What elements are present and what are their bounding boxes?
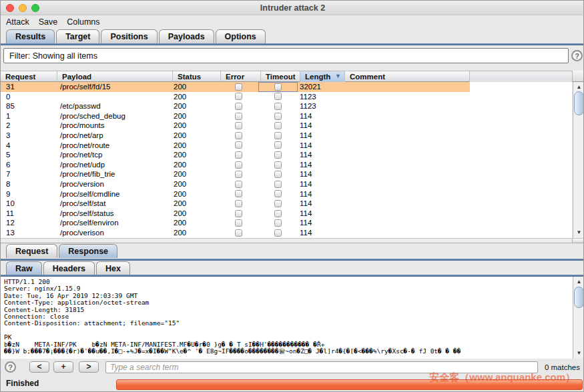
timeout-checkbox bbox=[274, 210, 282, 217]
cell-length: 114 bbox=[298, 169, 342, 179]
watermark-text: 安全客（www.anquanke.com） bbox=[429, 371, 575, 384]
error-checkbox bbox=[235, 93, 242, 100]
error-checkbox bbox=[235, 103, 242, 110]
tab-headers[interactable]: Headers bbox=[43, 261, 95, 275]
column-header-payload[interactable]: Payload bbox=[57, 71, 173, 82]
cell-comment bbox=[342, 189, 470, 199]
tab-target[interactable]: Target bbox=[56, 29, 99, 43]
cell-payload: /proc/net/arp bbox=[55, 131, 170, 141]
cell-status: 200 bbox=[170, 209, 218, 219]
tab-response[interactable]: Response bbox=[59, 244, 117, 258]
cell-status: 200 bbox=[170, 179, 218, 189]
table-row[interactable]: 9/proc/self/cmdline200114 bbox=[1, 189, 470, 199]
cell-error bbox=[218, 82, 258, 92]
timeout-checkbox bbox=[274, 200, 282, 207]
titlebar: Intruder attack 2 bbox=[1, 1, 584, 15]
tab-raw[interactable]: Raw bbox=[6, 261, 42, 275]
cell-status: 200 bbox=[170, 101, 218, 111]
error-checkbox bbox=[235, 200, 242, 207]
table-row[interactable]: 4/proc/net/route200114 bbox=[1, 141, 470, 151]
scroll-down-icon[interactable]: ▼ bbox=[573, 228, 584, 237]
cell-payload: /proc/sched_debug bbox=[55, 111, 170, 121]
cell-payload: /proc/self/stat bbox=[55, 199, 170, 209]
tab-payloads[interactable]: Payloads bbox=[159, 29, 214, 43]
cell-payload: /proc/self/environ bbox=[55, 218, 170, 228]
cell-comment bbox=[342, 169, 470, 179]
filter-bar[interactable]: Filter: Showing all items bbox=[3, 48, 569, 63]
cell-payload bbox=[55, 92, 170, 102]
table-row[interactable]: 31/proc/self/fd/1520032021 bbox=[1, 82, 470, 92]
cell-status: 200 bbox=[170, 141, 218, 151]
column-header-error[interactable]: Error bbox=[221, 71, 261, 82]
menu-attack[interactable]: Attack bbox=[1, 15, 34, 27]
column-header-request[interactable]: Request bbox=[1, 71, 57, 82]
timeout-checkbox bbox=[274, 229, 282, 237]
table-row[interactable]: 10/proc/self/stat200114 bbox=[1, 199, 470, 209]
table-row[interactable]: 12/proc/self/environ200114 bbox=[1, 218, 470, 228]
cell-comment bbox=[342, 121, 470, 131]
timeout-checkbox bbox=[274, 122, 282, 129]
column-header-timeout[interactable]: Timeout bbox=[261, 71, 300, 82]
cell-comment bbox=[342, 150, 470, 160]
search-add-button[interactable]: + bbox=[53, 361, 73, 373]
table-row[interactable]: 1/proc/sched_debug200114 bbox=[1, 111, 470, 121]
scroll-up-icon[interactable]: ▲ bbox=[573, 277, 584, 287]
cell-comment bbox=[342, 179, 470, 189]
tab-results[interactable]: Results bbox=[6, 29, 55, 43]
column-header-length[interactable]: Length▼ bbox=[300, 71, 345, 82]
table-row[interactable]: 6/proc/net/udp200114 bbox=[1, 160, 470, 170]
tab-hex[interactable]: Hex bbox=[96, 261, 130, 275]
cell-payload: /proc/verison bbox=[55, 228, 170, 238]
cell-request: 5 bbox=[1, 150, 55, 160]
cell-length: 114 bbox=[298, 150, 342, 160]
table-horizontal-scrollbar[interactable] bbox=[1, 238, 584, 243]
cell-timeout bbox=[258, 101, 298, 111]
cell-request: 13 bbox=[1, 228, 55, 238]
table-header-row: RequestPayloadStatusErrorTimeoutLength▼C… bbox=[1, 71, 584, 82]
cell-payload: /proc/self/status bbox=[55, 209, 170, 219]
tab-positions[interactable]: Positions bbox=[101, 29, 157, 43]
table-scrollbar[interactable]: ▲ ▼ bbox=[573, 82, 584, 238]
cell-length: 114 bbox=[298, 160, 342, 170]
cell-timeout bbox=[258, 228, 298, 238]
tab-request[interactable]: Request bbox=[6, 244, 57, 258]
error-checkbox bbox=[235, 113, 242, 120]
response-scrollbar-thumb[interactable] bbox=[574, 287, 584, 308]
cell-error bbox=[218, 179, 258, 189]
cell-timeout bbox=[258, 179, 298, 189]
table-row[interactable]: 11/proc/self/status200114 bbox=[1, 209, 470, 219]
table-row[interactable]: 3/proc/net/arp200114 bbox=[1, 131, 470, 141]
search-prev-button[interactable]: < bbox=[29, 361, 49, 373]
table-row[interactable]: 7/proc/net/fib_trie200114 bbox=[1, 169, 470, 179]
cell-payload: /proc/net/udp bbox=[55, 160, 170, 170]
table-row[interactable]: 8/proc/version200114 bbox=[1, 179, 470, 189]
search-next-button[interactable]: > bbox=[79, 361, 99, 373]
table-row[interactable]: 5/proc/net/tcp200114 bbox=[1, 150, 470, 160]
error-checkbox bbox=[235, 190, 242, 197]
cell-timeout bbox=[258, 218, 298, 228]
scroll-down-icon[interactable]: ▼ bbox=[573, 349, 584, 358]
table-row[interactable]: 02001123 bbox=[1, 92, 470, 102]
table-row[interactable]: 2/proc/mounts200114 bbox=[1, 121, 470, 131]
cell-timeout bbox=[258, 160, 298, 170]
scroll-up-icon[interactable]: ▲ bbox=[573, 83, 584, 92]
cell-status: 200 bbox=[170, 150, 218, 160]
table-row[interactable]: 85/etc/passwd2001123 bbox=[1, 101, 470, 111]
tab-options[interactable]: Options bbox=[216, 29, 266, 43]
help-icon[interactable]: ? bbox=[5, 361, 16, 373]
table-row[interactable]: 13/proc/verison200114 bbox=[1, 228, 470, 238]
cell-comment bbox=[342, 228, 470, 238]
response-scrollbar[interactable]: ▲ ▼ bbox=[573, 277, 584, 359]
help-icon[interactable]: ? bbox=[571, 50, 583, 61]
cell-payload: /proc/self/cmdline bbox=[55, 189, 170, 199]
menu-columns[interactable]: Columns bbox=[62, 15, 104, 27]
cell-length: 114 bbox=[298, 111, 342, 121]
cell-error bbox=[218, 131, 258, 141]
response-viewer[interactable]: HTTP/1.1 200 Server: nginx/1.15.9 Date: … bbox=[1, 277, 584, 359]
scrollbar-corner bbox=[572, 239, 584, 243]
column-header-comment[interactable]: Comment bbox=[345, 71, 470, 82]
menu-save[interactable]: Save bbox=[34, 15, 63, 27]
cell-timeout bbox=[258, 141, 298, 151]
table-scrollbar-thumb[interactable] bbox=[574, 91, 584, 115]
column-header-status[interactable]: Status bbox=[173, 71, 221, 82]
